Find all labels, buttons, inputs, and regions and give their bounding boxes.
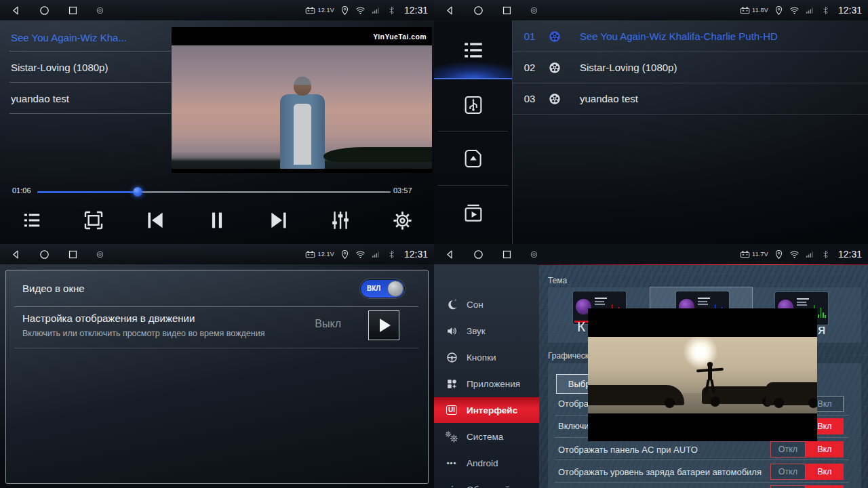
previous-icon xyxy=(144,209,167,232)
option-on-button[interactable] xyxy=(806,485,844,488)
home-icon[interactable] xyxy=(39,5,50,16)
option-off-button[interactable]: Откл xyxy=(770,441,806,458)
option-off-button[interactable] xyxy=(770,485,806,488)
sidebar-label: Интерфейс xyxy=(467,405,517,415)
home-icon[interactable] xyxy=(473,249,484,260)
media-row[interactable]: 02 Sistar-Loving (1080p) xyxy=(512,52,868,83)
bluetooth-icon xyxy=(387,249,397,260)
screenshot-icon[interactable] xyxy=(530,6,538,15)
battery-voltage: 12.1V xyxy=(317,7,334,14)
home-icon[interactable] xyxy=(39,249,50,260)
next-button[interactable] xyxy=(264,205,294,235)
usb-icon xyxy=(462,94,485,117)
option-on-button[interactable]: Вкл xyxy=(806,441,844,458)
signal-icon xyxy=(805,5,815,16)
back-icon[interactable] xyxy=(444,249,456,260)
location-icon xyxy=(340,249,350,260)
recents-icon[interactable] xyxy=(67,5,79,16)
motion-row-state: Выкл xyxy=(315,318,341,330)
option-off-button[interactable]: Откл xyxy=(770,464,806,480)
sidebar-item-buttons[interactable]: Кнопки xyxy=(434,344,539,370)
divider xyxy=(9,82,171,83)
sidebar-item-usb[interactable] xyxy=(434,79,512,131)
screenshot-icon[interactable] xyxy=(530,250,538,259)
home-icon[interactable] xyxy=(473,5,484,16)
option-label: Отображать уровень заряда батареи автомо… xyxy=(558,467,762,477)
option-label: Отображать панель AC при AUTO xyxy=(558,445,698,455)
quadrant-media-browser: 11.8V 12:31 01 See You Again-Wiz Khalifa… xyxy=(434,0,868,244)
sidebar-item-about[interactable]: i Об устройстве xyxy=(434,476,539,488)
singer-silhouette xyxy=(279,77,326,169)
expand-icon xyxy=(82,209,105,232)
quadrant-video-settings: 12.1V 12:31 Видео в окне ВКЛ Настройка о… xyxy=(0,244,434,488)
seek-thumb[interactable] xyxy=(133,187,142,197)
video-in-window-toggle[interactable]: ВКЛ xyxy=(360,279,405,298)
theme-name-partial: я xyxy=(818,321,825,338)
apps-icon xyxy=(445,377,458,390)
battery-icon xyxy=(305,249,315,260)
signal-icon xyxy=(371,5,381,16)
sidebar-label: Android xyxy=(467,458,498,468)
recents-icon[interactable] xyxy=(501,5,513,16)
sidebar-item-android[interactable]: ••• Android xyxy=(434,450,539,476)
signal-icon xyxy=(371,249,381,260)
seek-bar[interactable] xyxy=(37,191,391,193)
theme-section-title: Тема xyxy=(548,276,567,285)
sidebar-label: Приложения xyxy=(467,379,520,389)
equalizer-button[interactable] xyxy=(326,205,355,235)
recents-icon[interactable] xyxy=(67,249,79,260)
option-on-button[interactable]: Вкл xyxy=(806,464,844,480)
theme-name-partial: К xyxy=(577,319,585,335)
battery-icon xyxy=(740,5,750,16)
wifi-icon xyxy=(355,249,366,260)
nav-buttons xyxy=(434,5,538,16)
sidebar-item-sleep[interactable]: Сон xyxy=(434,291,539,317)
fullscreen-button[interactable] xyxy=(79,205,108,235)
sidebar-item-apps[interactable]: Приложения xyxy=(434,371,539,396)
status-bar: 11.7V 12:31 xyxy=(434,244,868,264)
sidebar-label: Звук xyxy=(467,326,486,336)
back-icon[interactable] xyxy=(10,249,22,260)
screenshot-icon[interactable] xyxy=(96,6,104,15)
playlist-item[interactable]: Sistar-Loving (1080p) xyxy=(11,57,171,77)
row-number: 02 xyxy=(512,62,547,73)
playlist-item[interactable]: See You Again-Wiz Kha... xyxy=(11,27,171,47)
info-icon: i xyxy=(445,483,458,488)
sidebar-item-video-library[interactable] xyxy=(434,186,512,239)
sidebar-item-system[interactable]: Система xyxy=(434,424,539,449)
status-indicators: 11.7V 12:31 xyxy=(740,249,868,260)
playlist-item-label: yuandao test xyxy=(11,93,69,104)
status-bar: 12.1V 12:31 xyxy=(0,244,434,264)
settings-sidebar: Сон Звук Кнопки Приложения UI Интерфейс … xyxy=(434,264,539,488)
sidebar-item-sdcard[interactable] xyxy=(434,131,512,185)
settings-button[interactable] xyxy=(387,205,417,235)
location-icon xyxy=(774,5,784,16)
floating-video-window[interactable] xyxy=(588,308,817,441)
pause-button[interactable] xyxy=(202,205,232,235)
moon-icon xyxy=(445,298,458,311)
playlist-item[interactable]: yuandao test xyxy=(11,88,171,108)
back-icon[interactable] xyxy=(444,5,456,16)
playlist-button[interactable] xyxy=(17,205,47,235)
bluetooth-icon xyxy=(821,249,831,260)
ui-icon: UI xyxy=(445,403,458,417)
motion-play-button[interactable] xyxy=(368,310,399,340)
media-row[interactable]: 03 yuandao test xyxy=(512,83,868,114)
steering-wheel-icon xyxy=(445,350,458,364)
man-silhouette xyxy=(696,362,724,394)
sidebar-item-playlist[interactable] xyxy=(434,22,512,79)
clock: 12:31 xyxy=(404,5,428,16)
back-icon[interactable] xyxy=(10,5,22,16)
gear-icon xyxy=(392,210,413,231)
screenshot-icon[interactable] xyxy=(96,250,104,259)
media-row[interactable]: 01 See You Again-Wiz Khalifa-Charlie Put… xyxy=(512,21,868,52)
divider xyxy=(512,114,868,115)
sidebar-item-interface[interactable]: UI Интерфейс xyxy=(434,397,539,423)
video-surface[interactable]: YinYueTai.com xyxy=(172,27,432,173)
seek-fill xyxy=(37,191,136,193)
sidebar-item-sound[interactable]: Звук xyxy=(434,318,539,344)
recents-icon[interactable] xyxy=(501,249,513,260)
wifi-icon xyxy=(355,5,366,16)
previous-button[interactable] xyxy=(140,205,170,235)
row-number: 03 xyxy=(512,93,547,104)
